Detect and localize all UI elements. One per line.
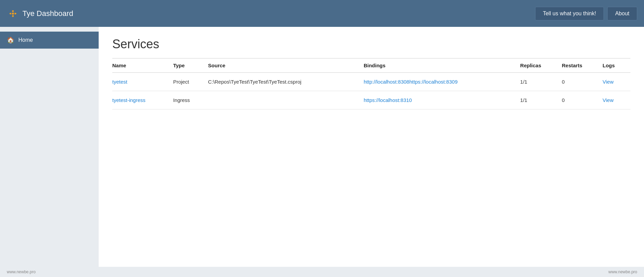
page-title: Services	[112, 37, 630, 51]
header: Tye Dashboard Tell us what you think! Ab…	[0, 0, 644, 27]
cell-source	[208, 91, 364, 109]
cell-bindings: http://localhost:8308https://localhost:8…	[364, 73, 520, 91]
sidebar: 🏠 Home	[0, 27, 99, 267]
cell-name: tyetest-ingress	[112, 91, 173, 109]
tell-us-button[interactable]: Tell us what you think!	[535, 7, 604, 20]
sidebar-home-label: Home	[18, 37, 33, 43]
about-button[interactable]: About	[607, 7, 637, 20]
binding-link[interactable]: http://localhost:8308	[364, 79, 409, 85]
main-content: Services Name Type Source Bindings Repli…	[99, 27, 644, 267]
cell-logs: View	[602, 73, 630, 91]
services-table: Name Type Source Bindings Replicas Resta…	[112, 58, 630, 109]
footer-right: www.newbe.pro	[608, 270, 637, 274]
header-left: Tye Dashboard	[7, 7, 73, 20]
cell-logs: View	[602, 91, 630, 109]
cell-restarts: 0	[562, 73, 602, 91]
cell-restarts: 0	[562, 91, 602, 109]
col-logs: Logs	[602, 58, 630, 73]
table-row: tyetestProjectC:\Repos\TyeTest\TyeTest\T…	[112, 73, 630, 91]
table-body: tyetestProjectC:\Repos\TyeTest\TyeTest\T…	[112, 73, 630, 109]
col-name: Name	[112, 58, 173, 73]
cell-bindings: https://localhost:8310	[364, 91, 520, 109]
col-source: Source	[208, 58, 364, 73]
service-name-link[interactable]: tyetest	[112, 79, 127, 85]
view-logs-link[interactable]: View	[602, 79, 613, 85]
col-type: Type	[173, 58, 208, 73]
binding-link[interactable]: https://localhost:8309	[409, 79, 458, 85]
cell-replicas: 1/1	[520, 73, 562, 91]
cell-type: Project	[173, 73, 208, 91]
col-replicas: Replicas	[520, 58, 562, 73]
col-bindings: Bindings	[364, 58, 520, 73]
home-icon: 🏠	[7, 36, 14, 44]
table-header: Name Type Source Bindings Replicas Resta…	[112, 58, 630, 73]
cell-name: tyetest	[112, 73, 173, 91]
table-row: tyetest-ingressIngresshttps://localhost:…	[112, 91, 630, 109]
cell-replicas: 1/1	[520, 91, 562, 109]
footer-left: www.newbe.pro	[7, 270, 36, 274]
cell-source: C:\Repos\TyeTest\TyeTest\TyeTest.csproj	[208, 73, 364, 91]
layout: 🏠 Home Services Name Type Source Binding…	[0, 27, 644, 267]
gear-icon	[7, 7, 19, 20]
service-name-link[interactable]: tyetest-ingress	[112, 97, 146, 103]
binding-link[interactable]: https://localhost:8310	[364, 97, 412, 103]
view-logs-link[interactable]: View	[602, 97, 613, 103]
sidebar-item-home[interactable]: 🏠 Home	[0, 32, 99, 49]
header-title: Tye Dashboard	[22, 9, 73, 18]
col-restarts: Restarts	[562, 58, 602, 73]
header-right: Tell us what you think! About	[535, 7, 637, 20]
cell-type: Ingress	[173, 91, 208, 109]
footer: www.newbe.pro www.newbe.pro	[0, 267, 644, 277]
svg-point-11	[12, 13, 14, 15]
